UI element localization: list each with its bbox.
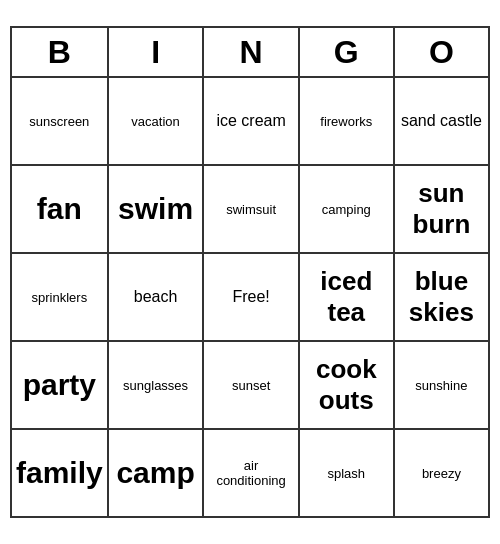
bingo-cell: air conditioning xyxy=(203,429,298,517)
bingo-cell: splash xyxy=(299,429,394,517)
bingo-cell: swimsuit xyxy=(203,165,298,253)
bingo-row: familycampair conditioningsplashbreezy xyxy=(11,429,489,517)
bingo-cell: camp xyxy=(108,429,204,517)
bingo-row: partysunglassessunsetcook outssunshine xyxy=(11,341,489,429)
bingo-cell: family xyxy=(11,429,108,517)
bingo-cell: swim xyxy=(108,165,204,253)
bingo-cell: sunscreen xyxy=(11,77,108,165)
bingo-letter: G xyxy=(299,27,394,77)
bingo-cell: Free! xyxy=(203,253,298,341)
bingo-cell: vacation xyxy=(108,77,204,165)
bingo-cell: fan xyxy=(11,165,108,253)
bingo-cell: sun burn xyxy=(394,165,489,253)
bingo-cell: breezy xyxy=(394,429,489,517)
bingo-letter: O xyxy=(394,27,489,77)
bingo-cell: ice cream xyxy=(203,77,298,165)
bingo-row: sunscreenvacationice creamfireworkssand … xyxy=(11,77,489,165)
bingo-row: sprinklersbeachFree!iced teablue skies xyxy=(11,253,489,341)
bingo-cell: sprinklers xyxy=(11,253,108,341)
bingo-cell: sunshine xyxy=(394,341,489,429)
bingo-card: BINGO sunscreenvacationice creamfirework… xyxy=(10,26,490,518)
bingo-cell: beach xyxy=(108,253,204,341)
bingo-cell: blue skies xyxy=(394,253,489,341)
bingo-cell: sand castle xyxy=(394,77,489,165)
bingo-cell: camping xyxy=(299,165,394,253)
bingo-cell: cook outs xyxy=(299,341,394,429)
bingo-cell: iced tea xyxy=(299,253,394,341)
bingo-cell: sunset xyxy=(203,341,298,429)
bingo-letter: N xyxy=(203,27,298,77)
bingo-cell: sunglasses xyxy=(108,341,204,429)
bingo-cell: fireworks xyxy=(299,77,394,165)
bingo-letter: I xyxy=(108,27,204,77)
bingo-row: fanswimswimsuitcampingsun burn xyxy=(11,165,489,253)
bingo-header-row: BINGO xyxy=(11,27,489,77)
bingo-letter: B xyxy=(11,27,108,77)
bingo-cell: party xyxy=(11,341,108,429)
